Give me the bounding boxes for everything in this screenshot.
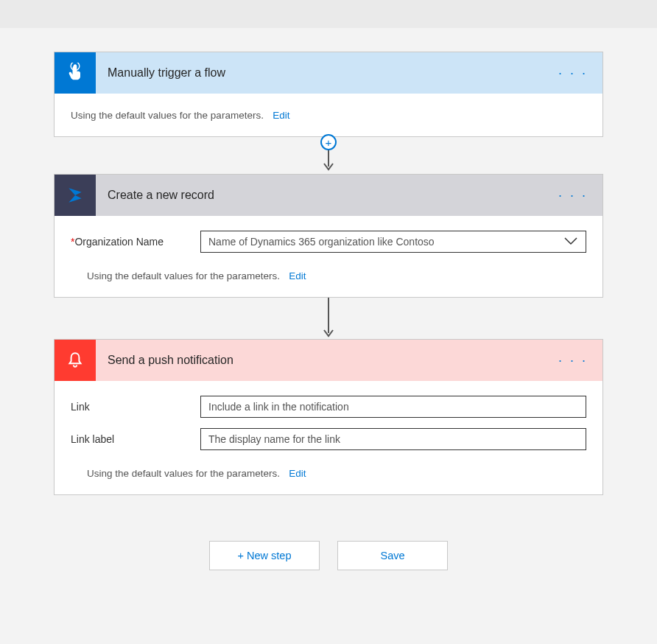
trigger-defaults-text: Using the default values for the paramet… <box>71 110 264 121</box>
step-trigger-header[interactable]: Manually trigger a flow · · · <box>55 52 602 94</box>
bell-icon <box>55 340 96 381</box>
connector-arrow <box>321 298 336 339</box>
linklabel-input[interactable] <box>200 428 586 450</box>
step-create-record-title: Create a new record <box>108 189 214 202</box>
connector-add: + <box>320 137 337 174</box>
step-push-notification-title: Send a push notification <box>108 354 233 367</box>
link-row: Link <box>71 396 586 418</box>
flow-container: Manually trigger a flow · · · Using the … <box>0 28 657 570</box>
push-notification-defaults: Using the default values for the paramet… <box>71 461 586 480</box>
save-button[interactable]: Save <box>337 541 448 570</box>
link-input[interactable] <box>200 396 586 418</box>
create-record-defaults: Using the default values for the paramet… <box>71 263 586 282</box>
footer-buttons: + New step Save <box>209 541 448 570</box>
dynamics-icon <box>55 175 96 216</box>
push-notification-defaults-text: Using the default values for the paramet… <box>87 468 280 479</box>
org-name-input-wrap <box>200 231 586 253</box>
create-record-edit-link[interactable]: Edit <box>289 270 306 281</box>
step-trigger: Manually trigger a flow · · · Using the … <box>54 52 603 137</box>
new-step-button[interactable]: + New step <box>209 541 320 570</box>
top-bar <box>0 0 657 28</box>
arrow-down-icon <box>321 149 336 172</box>
step-create-record-body: *Organization Name Using the default val… <box>55 216 602 297</box>
linklabel-input-wrap <box>200 428 586 450</box>
arrow-down-icon <box>321 298 336 339</box>
step-trigger-menu[interactable]: · · · <box>558 66 588 81</box>
org-name-label: *Organization Name <box>71 236 200 248</box>
linklabel-label: Link label <box>71 433 200 445</box>
step-create-record: Create a new record · · · *Organization … <box>54 174 603 298</box>
step-trigger-body: Using the default values for the paramet… <box>55 94 602 136</box>
step-push-notification: Send a push notification · · · Link Link… <box>54 339 603 495</box>
link-label: Link <box>71 401 200 413</box>
org-name-row: *Organization Name <box>71 231 586 253</box>
trigger-edit-link[interactable]: Edit <box>273 110 289 121</box>
org-name-input[interactable] <box>200 231 586 253</box>
create-record-defaults-text: Using the default values for the paramet… <box>87 270 280 281</box>
step-trigger-title: Manually trigger a flow <box>108 66 225 80</box>
add-step-button[interactable]: + <box>320 134 337 150</box>
linklabel-row: Link label <box>71 428 586 450</box>
step-create-record-menu[interactable]: · · · <box>558 188 588 203</box>
step-push-notification-header[interactable]: Send a push notification · · · <box>55 340 602 381</box>
touch-icon <box>55 52 96 94</box>
step-push-notification-body: Link Link label Using the default values… <box>55 381 602 494</box>
step-create-record-header[interactable]: Create a new record · · · <box>55 175 602 216</box>
step-push-notification-menu[interactable]: · · · <box>558 353 588 368</box>
push-notification-edit-link[interactable]: Edit <box>289 468 306 479</box>
link-input-wrap <box>200 396 586 418</box>
